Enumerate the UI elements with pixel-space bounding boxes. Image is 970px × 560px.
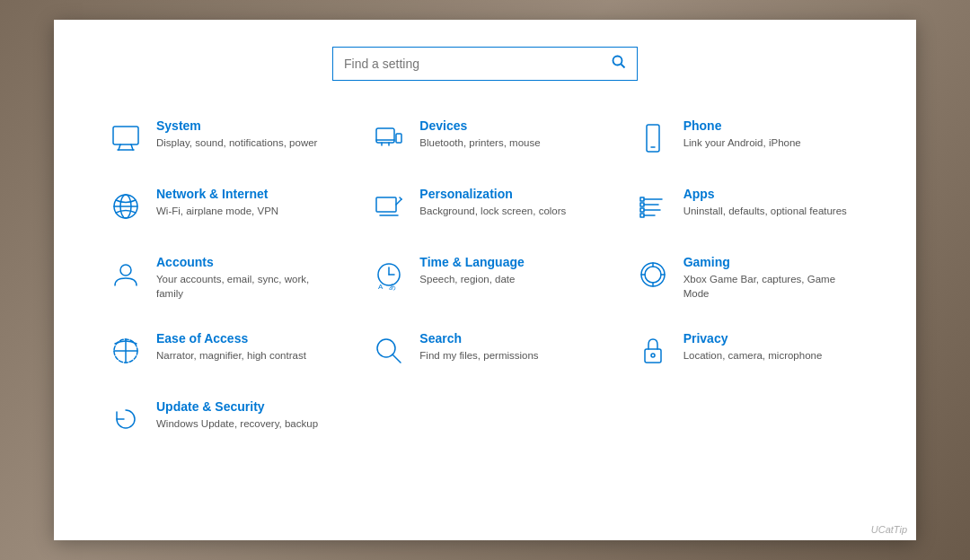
watermark: UCatTip [871,524,907,535]
svg-line-18 [396,199,401,205]
search-icon [371,333,407,369]
personalization-desc: Background, lock screen, colors [419,204,566,218]
svg-point-35 [645,267,661,283]
setting-item-privacy[interactable]: Privacy Location, camera, microphone [626,320,871,380]
privacy-icon [635,333,671,369]
search-input[interactable] [344,57,612,71]
setting-item-time[interactable]: Aあ Time & Language Speech, region, date [362,244,607,311]
setting-item-accounts[interactable]: Accounts Your accounts, email, sync, wor… [99,244,344,311]
personalization-icon [371,188,407,224]
time-icon: Aあ [371,257,407,293]
svg-rect-45 [645,349,661,363]
setting-item-gaming[interactable]: Gaming Xbox Game Bar, captures, Game Mod… [626,244,871,311]
svg-rect-27 [640,214,644,217]
gaming-title: Gaming [683,255,862,269]
network-desc: Wi-Fi, airplane mode, VPN [156,204,278,218]
search-icon [612,55,626,73]
apps-icon [635,188,671,224]
svg-line-1 [622,65,625,68]
time-desc: Speech, region, date [419,272,524,286]
setting-item-phone[interactable]: Phone Link your Android, iPhone [626,108,871,167]
svg-rect-25 [640,203,644,206]
phone-icon [635,120,671,156]
search-bar-container [99,47,871,81]
settings-window: System Display, sound, notifications, po… [54,20,916,540]
setting-item-network[interactable]: Network & Internet Wi-Fi, airplane mode,… [99,176,344,235]
devices-title: Devices [419,118,540,133]
network-title: Network & Internet [156,187,278,201]
setting-item-apps[interactable]: Apps Uninstall, defaults, optional featu… [626,176,871,235]
svg-rect-2 [113,127,138,144]
ease-icon [108,333,144,369]
accounts-icon [108,257,144,293]
apps-desc: Uninstall, defaults, optional features [683,204,847,218]
network-icon [108,188,144,224]
accounts-title: Accounts [156,255,335,269]
svg-line-3 [119,144,120,150]
update-title: Update & Security [156,399,318,414]
system-desc: Display, sound, notifications, power [156,136,317,150]
personalization-title: Personalization [419,187,566,201]
system-title: System [156,118,317,133]
setting-item-personalization[interactable]: Personalization Background, lock screen,… [362,176,607,235]
privacy-title: Privacy [683,331,823,346]
svg-rect-26 [640,208,644,212]
svg-text:あ: あ [389,283,396,291]
svg-line-4 [131,144,133,150]
setting-item-search[interactable]: Search Find my files, permissions [362,320,607,380]
svg-text:A: A [378,283,384,291]
phone-title: Phone [683,118,801,133]
svg-point-46 [651,354,655,357]
update-icon [108,401,144,437]
svg-line-19 [400,197,401,199]
svg-rect-7 [396,134,401,143]
svg-rect-16 [376,197,396,212]
privacy-desc: Location, camera, microphone [683,348,823,363]
search-desc: Find my files, permissions [419,348,538,363]
settings-grid: System Display, sound, notifications, po… [99,108,871,448]
time-title: Time & Language [419,255,524,269]
ease-title: Ease of Access [156,331,306,346]
search-bar[interactable] [332,47,638,81]
ease-desc: Narrator, magnifier, high contrast [156,348,306,363]
devices-icon [371,120,407,156]
phone-desc: Link your Android, iPhone [683,136,801,150]
system-icon [108,120,144,156]
gaming-icon [635,257,671,293]
accounts-desc: Your accounts, email, sync, work, family [156,272,335,301]
svg-point-28 [120,265,131,276]
svg-line-44 [392,354,401,363]
setting-item-ease[interactable]: Ease of Access Narrator, magnifier, high… [99,320,344,380]
setting-item-system[interactable]: System Display, sound, notifications, po… [99,108,344,167]
svg-rect-24 [640,197,644,201]
gaming-desc: Xbox Game Bar, captures, Game Mode [683,272,862,301]
setting-item-update[interactable]: Update & Security Windows Update, recove… [99,389,344,448]
search-title: Search [419,331,538,346]
devices-desc: Bluetooth, printers, mouse [419,136,540,150]
svg-point-0 [613,57,622,66]
setting-item-devices[interactable]: Devices Bluetooth, printers, mouse [362,108,607,167]
update-desc: Windows Update, recovery, backup [156,416,318,431]
apps-title: Apps [683,187,847,201]
